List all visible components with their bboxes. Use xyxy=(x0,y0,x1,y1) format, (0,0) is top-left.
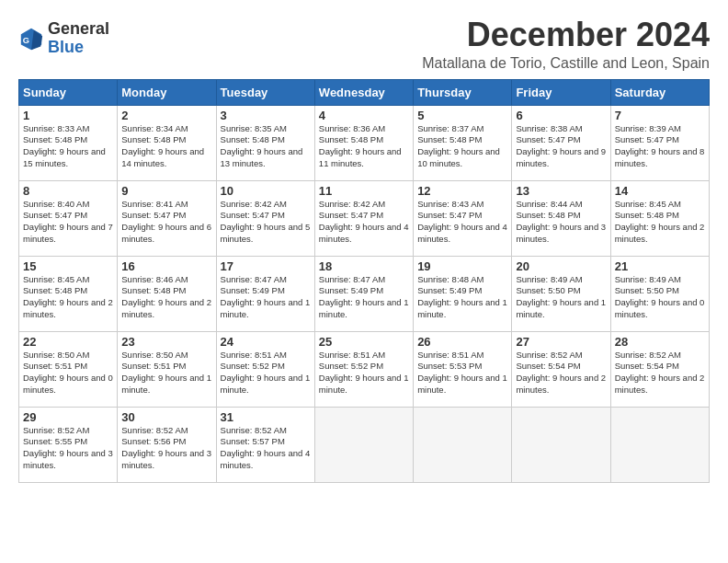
day-number: 1 xyxy=(23,109,113,122)
calendar-cell: 18Sunrise: 8:47 AMSunset: 5:49 PMDayligh… xyxy=(314,256,413,331)
day-info: Sunrise: 8:50 AMSunset: 5:51 PMDaylight:… xyxy=(23,350,113,395)
day-info: Sunrise: 8:50 AMSunset: 5:51 PMDaylight:… xyxy=(121,350,211,395)
calendar-cell: 21Sunrise: 8:49 AMSunset: 5:50 PMDayligh… xyxy=(610,256,709,331)
calendar-header-row: SundayMondayTuesdayWednesdayThursdayFrid… xyxy=(19,79,710,105)
day-number: 25 xyxy=(319,335,409,349)
day-number: 9 xyxy=(121,184,211,198)
calendar-cell: 12Sunrise: 8:43 AMSunset: 5:47 PMDayligh… xyxy=(414,180,512,256)
day-info: Sunrise: 8:51 AMSunset: 5:52 PMDaylight:… xyxy=(319,350,409,395)
page-container: G General Blue December 2024 Matallana d… xyxy=(0,0,728,492)
day-info: Sunrise: 8:51 AMSunset: 5:52 PMDaylight:… xyxy=(221,350,311,395)
day-number: 22 xyxy=(23,335,113,349)
day-info: Sunrise: 8:46 AMSunset: 5:48 PMDaylight:… xyxy=(121,274,211,319)
day-number: 12 xyxy=(417,184,507,198)
calendar-cell: 29Sunrise: 8:52 AMSunset: 5:55 PMDayligh… xyxy=(19,407,118,482)
calendar-cell: 23Sunrise: 8:50 AMSunset: 5:51 PMDayligh… xyxy=(118,331,216,407)
calendar-cell: 17Sunrise: 8:47 AMSunset: 5:49 PMDayligh… xyxy=(216,256,314,331)
header: G General Blue December 2024 Matallana d… xyxy=(18,17,710,72)
calendar-cell: 27Sunrise: 8:52 AMSunset: 5:54 PMDayligh… xyxy=(512,331,610,407)
day-info: Sunrise: 8:39 AMSunset: 5:47 PMDaylight:… xyxy=(615,123,705,168)
day-number: 6 xyxy=(516,109,606,122)
day-number: 18 xyxy=(319,259,409,273)
day-number: 21 xyxy=(615,259,705,273)
day-number: 31 xyxy=(221,410,311,424)
calendar-cell: 1Sunrise: 8:33 AMSunset: 5:48 PMDaylight… xyxy=(19,105,118,180)
day-number: 26 xyxy=(417,335,507,349)
calendar-cell: 30Sunrise: 8:52 AMSunset: 5:56 PMDayligh… xyxy=(118,407,216,482)
calendar-cell: 20Sunrise: 8:49 AMSunset: 5:50 PMDayligh… xyxy=(512,256,610,331)
day-number: 7 xyxy=(615,109,705,122)
day-number: 17 xyxy=(221,259,311,273)
day-number: 8 xyxy=(23,184,113,198)
calendar-cell: 22Sunrise: 8:50 AMSunset: 5:51 PMDayligh… xyxy=(19,331,118,407)
day-number: 10 xyxy=(221,184,311,198)
calendar-cell: 3Sunrise: 8:35 AMSunset: 5:48 PMDaylight… xyxy=(216,105,314,180)
day-info: Sunrise: 8:52 AMSunset: 5:54 PMDaylight:… xyxy=(516,350,606,395)
day-info: Sunrise: 8:51 AMSunset: 5:53 PMDaylight:… xyxy=(417,350,507,395)
day-info: Sunrise: 8:35 AMSunset: 5:48 PMDaylight:… xyxy=(221,123,303,168)
day-number: 28 xyxy=(615,335,705,349)
month-title: December 2024 xyxy=(422,17,710,53)
calendar-cell xyxy=(610,407,709,482)
calendar-cell: 2Sunrise: 8:34 AMSunset: 5:48 PMDaylight… xyxy=(118,105,216,180)
calendar-row-4: 22Sunrise: 8:50 AMSunset: 5:51 PMDayligh… xyxy=(19,331,710,407)
calendar-cell: 19Sunrise: 8:48 AMSunset: 5:49 PMDayligh… xyxy=(414,256,512,331)
calendar-cell: 31Sunrise: 8:52 AMSunset: 5:57 PMDayligh… xyxy=(216,407,314,482)
logo-text: General Blue xyxy=(48,20,109,57)
day-info: Sunrise: 8:38 AMSunset: 5:47 PMDaylight:… xyxy=(516,123,606,168)
day-number: 29 xyxy=(23,410,113,424)
day-info: Sunrise: 8:45 AMSunset: 5:48 PMDaylight:… xyxy=(615,199,705,244)
calendar-row-1: 1Sunrise: 8:33 AMSunset: 5:48 PMDaylight… xyxy=(19,105,710,180)
logo-general: General xyxy=(48,19,109,38)
day-info: Sunrise: 8:41 AMSunset: 5:47 PMDaylight:… xyxy=(121,199,211,244)
day-info: Sunrise: 8:49 AMSunset: 5:50 PMDaylight:… xyxy=(516,274,606,319)
calendar-weekday-saturday: Saturday xyxy=(610,79,709,105)
day-info: Sunrise: 8:47 AMSunset: 5:49 PMDaylight:… xyxy=(221,274,311,319)
calendar-cell: 14Sunrise: 8:45 AMSunset: 5:48 PMDayligh… xyxy=(610,180,709,256)
calendar-cell: 5Sunrise: 8:37 AMSunset: 5:48 PMDaylight… xyxy=(414,105,512,180)
calendar-weekday-thursday: Thursday xyxy=(414,79,512,105)
calendar-cell: 9Sunrise: 8:41 AMSunset: 5:47 PMDaylight… xyxy=(118,180,216,256)
calendar-cell xyxy=(314,407,413,482)
day-info: Sunrise: 8:40 AMSunset: 5:47 PMDaylight:… xyxy=(23,199,113,244)
day-number: 27 xyxy=(516,335,606,349)
day-number: 11 xyxy=(319,184,409,198)
day-number: 14 xyxy=(615,184,705,198)
calendar-cell: 28Sunrise: 8:52 AMSunset: 5:54 PMDayligh… xyxy=(610,331,709,407)
day-number: 16 xyxy=(121,259,211,273)
calendar-cell: 13Sunrise: 8:44 AMSunset: 5:48 PMDayligh… xyxy=(512,180,610,256)
day-number: 19 xyxy=(417,259,507,273)
day-info: Sunrise: 8:44 AMSunset: 5:48 PMDaylight:… xyxy=(516,199,606,244)
location-title: Matallana de Torio, Castille and Leon, S… xyxy=(422,55,710,72)
logo-icon: G xyxy=(18,26,44,52)
day-info: Sunrise: 8:42 AMSunset: 5:47 PMDaylight:… xyxy=(221,199,311,244)
day-number: 3 xyxy=(221,109,311,122)
day-info: Sunrise: 8:34 AMSunset: 5:48 PMDaylight:… xyxy=(121,123,204,168)
day-info: Sunrise: 8:37 AMSunset: 5:48 PMDaylight:… xyxy=(417,123,500,168)
calendar-cell: 26Sunrise: 8:51 AMSunset: 5:53 PMDayligh… xyxy=(414,331,512,407)
day-number: 24 xyxy=(221,335,311,349)
day-number: 2 xyxy=(121,109,211,122)
day-info: Sunrise: 8:49 AMSunset: 5:50 PMDaylight:… xyxy=(615,274,705,319)
day-info: Sunrise: 8:36 AMSunset: 5:48 PMDaylight:… xyxy=(319,123,402,168)
calendar-row-2: 8Sunrise: 8:40 AMSunset: 5:47 PMDaylight… xyxy=(19,180,710,256)
day-number: 20 xyxy=(516,259,606,273)
calendar-cell: 24Sunrise: 8:51 AMSunset: 5:52 PMDayligh… xyxy=(216,331,314,407)
day-info: Sunrise: 8:52 AMSunset: 5:56 PMDaylight:… xyxy=(121,425,211,470)
svg-text:G: G xyxy=(23,35,29,44)
calendar-table: SundayMondayTuesdayWednesdayThursdayFrid… xyxy=(18,79,710,483)
day-info: Sunrise: 8:42 AMSunset: 5:47 PMDaylight:… xyxy=(319,199,409,244)
calendar-cell xyxy=(512,407,610,482)
calendar-row-5: 29Sunrise: 8:52 AMSunset: 5:55 PMDayligh… xyxy=(19,407,710,482)
day-info: Sunrise: 8:48 AMSunset: 5:49 PMDaylight:… xyxy=(417,274,507,319)
calendar-cell: 15Sunrise: 8:45 AMSunset: 5:48 PMDayligh… xyxy=(19,256,118,331)
day-info: Sunrise: 8:45 AMSunset: 5:48 PMDaylight:… xyxy=(23,274,113,319)
day-info: Sunrise: 8:52 AMSunset: 5:54 PMDaylight:… xyxy=(615,350,705,395)
day-info: Sunrise: 8:52 AMSunset: 5:57 PMDaylight:… xyxy=(221,425,311,470)
calendar-cell: 25Sunrise: 8:51 AMSunset: 5:52 PMDayligh… xyxy=(314,331,413,407)
calendar-cell: 6Sunrise: 8:38 AMSunset: 5:47 PMDaylight… xyxy=(512,105,610,180)
day-info: Sunrise: 8:33 AMSunset: 5:48 PMDaylight:… xyxy=(23,123,106,168)
calendar-weekday-monday: Monday xyxy=(118,79,216,105)
day-number: 13 xyxy=(516,184,606,198)
calendar-cell xyxy=(414,407,512,482)
